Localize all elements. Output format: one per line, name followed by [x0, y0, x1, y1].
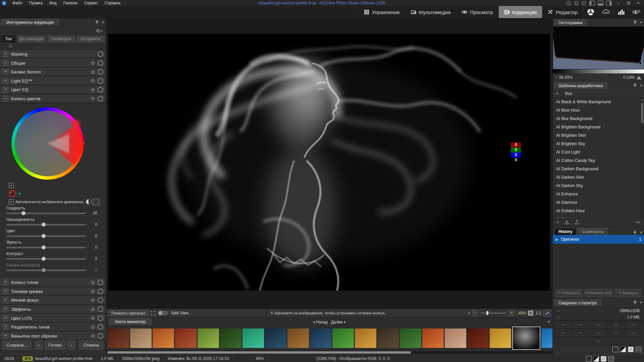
filmstrip-scrollbar[interactable]	[106, 351, 552, 354]
section-tone-curve[interactable]: + Тоновая кривая ⚙	[0, 287, 106, 296]
section-effects[interactable]: + Эффекты ⚙	[0, 305, 106, 314]
previous-image-button[interactable]: ‹	[35, 341, 43, 350]
slider-knob[interactable]	[42, 223, 46, 227]
thumbnail[interactable]	[445, 328, 466, 348]
expand-icon[interactable]: +	[3, 51, 8, 57]
tab-detail[interactable]: Детализация	[17, 35, 46, 43]
mode-tab-manage[interactable]: Управление	[358, 6, 405, 18]
notifications-bell-icon[interactable]	[574, 1, 579, 6]
cancel-button[interactable]: Отмена	[79, 341, 103, 350]
preset-scrollbar-thumb[interactable]	[641, 103, 643, 123]
preset-item[interactable]: AI Brighten Background	[553, 123, 644, 131]
tab-tone[interactable]: Тон	[1, 35, 16, 43]
zoom-slider[interactable]	[480, 312, 507, 314]
thumbnail[interactable]	[175, 328, 197, 348]
tab-geometry[interactable]: Геометрия	[47, 35, 76, 43]
expand-icon[interactable]: +	[3, 60, 8, 66]
thumbnail-selected[interactable]	[512, 326, 540, 350]
gear-icon[interactable]: ⚙	[91, 315, 95, 321]
close-button[interactable]: ×	[635, 0, 642, 6]
status-settings-icon[interactable]	[608, 356, 614, 362]
histogram-plot[interactable]	[553, 26, 644, 69]
preset-item[interactable]: AI Cotton Candy Sky	[553, 157, 644, 165]
gear-icon[interactable]: ⚙	[91, 96, 95, 101]
gear-icon[interactable]: ⚙	[91, 333, 95, 339]
autoview-checkbox[interactable]: ✓	[9, 199, 14, 204]
new-preset-icon[interactable]: +	[556, 219, 559, 225]
slider-knob[interactable]	[21, 211, 25, 215]
preset-item[interactable]: AI Enhance	[553, 190, 644, 198]
menu-help[interactable]: Справка	[101, 0, 124, 6]
mode-tab-media[interactable]: Мультимедиа	[405, 6, 456, 18]
thumbnail[interactable]	[287, 328, 309, 348]
highlight-clip-icon[interactable]	[637, 76, 641, 79]
reset-icon[interactable]	[98, 297, 103, 303]
language-globe-icon[interactable]	[566, 1, 571, 6]
zoom-slider-handle[interactable]	[486, 311, 488, 315]
close-panel-icon[interactable]: ×	[638, 20, 644, 25]
brightness-slider[interactable]	[6, 247, 86, 248]
pin-icon[interactable]	[632, 20, 638, 24]
gear-icon[interactable]: ⚙	[91, 69, 95, 75]
redo-button[interactable]: ↷ Вернуть	[614, 289, 641, 297]
gear-icon[interactable]: ⚙	[91, 298, 95, 303]
reset-icon[interactable]	[98, 51, 103, 57]
tab-history[interactable]: History	[554, 228, 577, 235]
reset-icon[interactable]	[98, 280, 103, 285]
smoothness-slider[interactable]	[6, 213, 86, 214]
preset-item[interactable]: AI Black & White Background	[553, 98, 644, 106]
zoom-out-button[interactable]: −	[472, 310, 478, 316]
color-wheel[interactable]	[11, 107, 84, 180]
reset-icon[interactable]	[98, 87, 103, 93]
reset-icon[interactable]	[98, 96, 103, 102]
fit-image-icon[interactable]	[151, 311, 155, 315]
thumbnail[interactable]	[332, 328, 354, 348]
thumbnail[interactable]	[490, 328, 511, 348]
reset-icon[interactable]	[98, 69, 103, 75]
reset-icon[interactable]	[98, 333, 103, 339]
checked-option-icon[interactable]: ✓	[601, 356, 606, 362]
section-white-balance[interactable]: + Баланс белого ⚙	[0, 68, 106, 77]
close-panel-icon[interactable]: ×	[638, 230, 644, 235]
pin-icon[interactable]	[632, 83, 638, 87]
pin-icon[interactable]	[632, 301, 638, 305]
thumbnail[interactable]	[220, 328, 241, 348]
gear-icon[interactable]: ⚙	[91, 87, 95, 93]
pin-icon[interactable]	[632, 231, 638, 235]
reset-icon[interactable]	[98, 289, 103, 294]
menu-file[interactable]: Файл	[9, 0, 26, 6]
add-to-list-icon[interactable]: ≡+	[636, 220, 641, 225]
reset-icon[interactable]	[98, 315, 103, 321]
activity-eye-icon[interactable]	[628, 6, 644, 18]
preset-item[interactable]: AI Blue Hour	[553, 106, 644, 115]
preset-item[interactable]: AI Darken Background	[553, 165, 644, 173]
thumbnail[interactable]	[108, 328, 129, 348]
import-preset-icon[interactable]	[565, 220, 569, 225]
mode-tab-view[interactable]: Просмотр	[456, 6, 498, 18]
mode-tab-develop[interactable]: Коррекция	[498, 6, 542, 18]
save-button[interactable]: Сохрани...	[3, 341, 31, 350]
marching-ants-icon[interactable]	[93, 199, 99, 204]
section-post-crop-vignette[interactable]: + Виньетка пост обрезки ⚙	[0, 331, 106, 341]
thumbnail[interactable]	[467, 328, 489, 348]
wheel-handle[interactable]	[73, 121, 79, 127]
shadow-clip-icon[interactable]: !	[555, 75, 557, 80]
contrast-swatch-icon[interactable]	[620, 347, 626, 352]
thumbnail[interactable]	[541, 328, 552, 348]
add-range-icon[interactable]: +	[18, 192, 21, 196]
expand-history-icon[interactable]: ▶	[555, 237, 558, 242]
checked-option-icon[interactable]: ✓	[628, 347, 634, 352]
export-preset-icon[interactable]	[575, 220, 579, 225]
thumbnail[interactable]	[355, 328, 376, 348]
menu-panels[interactable]: Панели	[60, 0, 81, 6]
thumbnail[interactable]	[243, 328, 264, 348]
gear-icon[interactable]: ⚙	[91, 324, 95, 330]
color-picker-target-icon[interactable]	[9, 190, 16, 197]
next-image-button[interactable]: ›	[67, 341, 75, 350]
filmstrip-scrollbar-thumb[interactable]	[107, 351, 411, 354]
reset-icon[interactable]	[98, 324, 103, 330]
slider-knob[interactable]	[42, 234, 46, 238]
thumbnail[interactable]	[310, 328, 331, 348]
preset-filter-icon[interactable]: ▼	[553, 92, 562, 96]
slider-knob[interactable]	[42, 257, 46, 261]
